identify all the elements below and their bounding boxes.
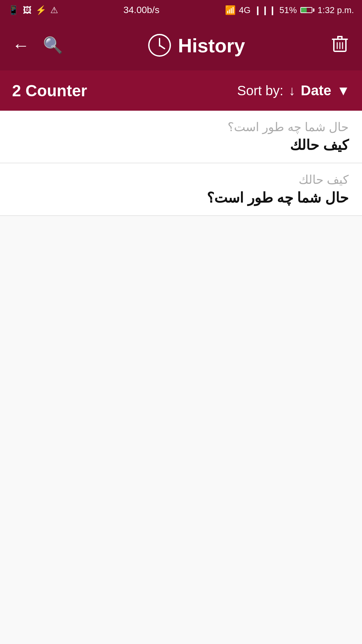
sort-controls[interactable]: Sort by: ↓ Date ▼ — [237, 83, 350, 99]
wifi-icon: 📶 — [225, 5, 236, 15]
sort-date-label: Date — [301, 83, 331, 99]
status-right: 📶 4G ❙❙❙ 51% 1:32 p.m. — [225, 5, 354, 15]
sort-direction-icon[interactable]: ↓ — [289, 83, 295, 98]
sort-bar: 2 Counter Sort by: ↓ Date ▼ — [0, 70, 362, 111]
warning-icon: ⚠ — [50, 5, 58, 15]
history-item[interactable]: حال شما چه طور است؟ كيف حالك — [0, 111, 362, 163]
whatsapp-icon: 📱 — [8, 5, 19, 15]
history-item[interactable]: كيف حالك حال شما چه طور است؟ — [0, 163, 362, 216]
time-display: 1:32 p.m. — [318, 5, 354, 15]
delete-button[interactable] — [330, 33, 350, 57]
image-icon: 🖼 — [23, 5, 32, 15]
app-bar: ← 🔍 History — [0, 20, 362, 70]
sort-dropdown-icon[interactable]: ▼ — [337, 83, 350, 98]
battery-icon — [300, 7, 314, 13]
network-type: 4G — [239, 5, 251, 15]
history-item-secondary-text: كيف حالك — [13, 137, 349, 153]
history-item-secondary-text: حال شما چه طور است؟ — [13, 190, 349, 206]
battery-percentage: 51% — [280, 5, 297, 15]
counter-label: 2 Counter — [12, 82, 87, 100]
search-button[interactable]: 🔍 — [43, 36, 63, 55]
clock-icon — [148, 34, 171, 57]
history-item-primary-text: حال شما چه طور است؟ — [13, 120, 349, 134]
sort-by-label: Sort by: — [237, 83, 284, 98]
status-bar: 📱 🖼 ⚡ ⚠ 34.00b/s 📶 4G ❙❙❙ 51% 1:32 p.m. — [0, 0, 362, 20]
app-bar-left: ← 🔍 — [12, 35, 63, 55]
history-item-primary-text: كيف حالك — [13, 173, 349, 187]
page-title: History — [178, 34, 245, 57]
app-bar-center: History — [63, 34, 330, 57]
back-button[interactable]: ← — [12, 35, 29, 55]
status-left-icons: 📱 🖼 ⚡ ⚠ — [8, 5, 58, 15]
signal-icon: ❙❙❙ — [254, 5, 276, 15]
network-speed: 34.00b/s — [123, 5, 159, 15]
svg-line-2 — [160, 45, 165, 49]
list-divider — [0, 216, 362, 216]
usb-icon: ⚡ — [36, 5, 46, 15]
history-list: حال شما چه طور است؟ كيف حالك كيف حالك حا… — [0, 111, 362, 644]
